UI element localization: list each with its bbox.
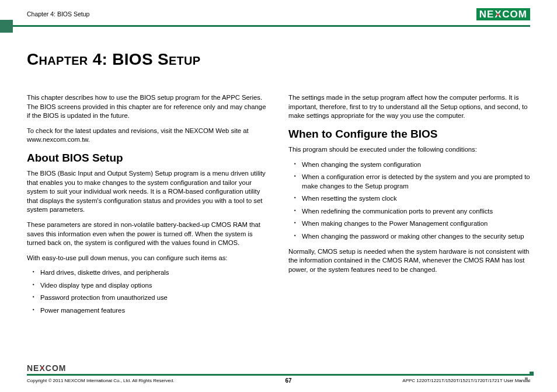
list-item: When a configuration error is detected b… xyxy=(297,173,530,191)
about-paragraph-3: With easy-to-use pull down menus, you ca… xyxy=(27,254,269,263)
about-paragraph-2: These parameters are stored in non-volat… xyxy=(27,220,269,248)
header-tab-decoration xyxy=(0,20,13,33)
list-item: Hard drives, diskette drives, and periph… xyxy=(35,268,269,278)
heading-about-bios: About BIOS Setup xyxy=(27,150,269,166)
about-list: Hard drives, diskette drives, and periph… xyxy=(27,268,269,315)
about-paragraph-1: The BIOS (Basic Input and Output System)… xyxy=(27,169,269,215)
list-item: When redefining the communication ports … xyxy=(297,207,530,216)
list-item: Password protection from unauthorized us… xyxy=(35,293,269,303)
page-number: 67 xyxy=(285,377,291,384)
list-item: When changing the password or making oth… xyxy=(297,232,530,242)
list-item: When resetting the system clock xyxy=(297,194,530,204)
footer-rule xyxy=(27,374,530,376)
chapter-title: Chapter 4: BIOS Setup xyxy=(27,50,530,69)
logo-text-left: NE xyxy=(479,9,495,19)
right-intro-paragraph: The settings made in the setup program a… xyxy=(288,93,530,121)
nexcom-logo-top: NEXCOM xyxy=(476,8,530,20)
heading-when-configure: When to Configure the BIOS xyxy=(288,127,530,142)
nexcom-logo-footer: NEXCOM xyxy=(27,363,530,373)
list-item: Power management features xyxy=(35,306,269,316)
header-rule xyxy=(13,25,530,27)
copyright-text: Copyright © 2011 NEXCOM International Co… xyxy=(27,378,175,383)
when-end-paragraph: Normally, CMOS setup is needed when the … xyxy=(288,247,530,275)
list-item: Video display type and display options xyxy=(35,281,269,290)
right-column: The settings made in the setup program a… xyxy=(288,93,530,321)
when-list: When changing the system configuration W… xyxy=(288,160,530,242)
manual-title: APPC 1220T/1221T/1520T/1521T/1720T/1721T… xyxy=(402,378,530,383)
logo-text-right: COM xyxy=(502,9,527,19)
header-chapter-label: Chapter 4: BIOS Setup xyxy=(27,10,89,18)
when-lead-paragraph: This program should be executed under th… xyxy=(288,145,530,155)
list-item: When making changes to the Power Managem… xyxy=(297,219,530,229)
list-item: When changing the system configuration xyxy=(297,160,530,170)
intro-paragraph-1: This chapter describes how to use the BI… xyxy=(27,93,269,121)
left-column: This chapter describes how to use the BI… xyxy=(27,93,269,321)
intro-paragraph-2: To check for the latest updates and revi… xyxy=(27,127,269,145)
